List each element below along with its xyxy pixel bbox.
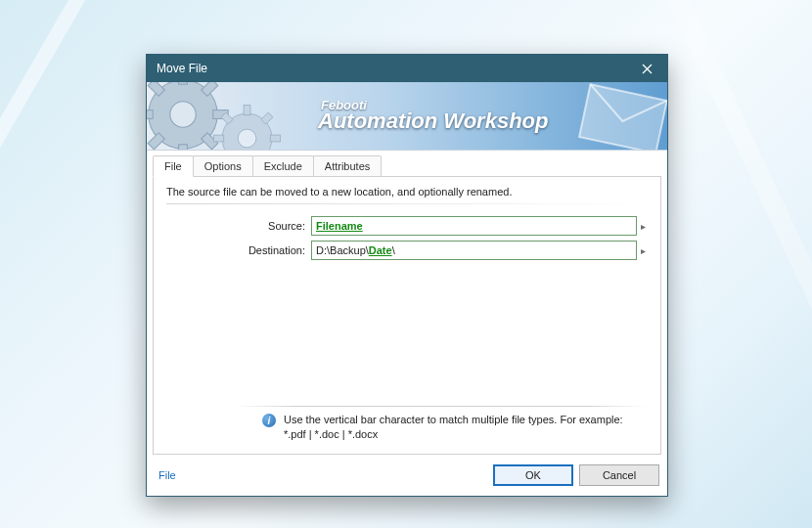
tab-attributes[interactable]: Attributes — [313, 155, 382, 177]
close-button[interactable] — [626, 55, 667, 82]
svg-point-21 — [238, 129, 256, 148]
svg-rect-22 — [579, 84, 667, 151]
chevron-right-icon: ▸ — [641, 245, 646, 256]
source-variable: Filename — [316, 220, 363, 232]
source-expand-button[interactable]: ▸ — [638, 216, 648, 236]
banner-text: Febooti Automation Workshop — [318, 98, 548, 134]
window-title: Move File — [157, 62, 626, 75]
tab-file[interactable]: File — [153, 155, 194, 177]
tab-panel-file: The source file can be moved to a new lo… — [153, 176, 661, 455]
hint-line1: Use the vertical bar character to match … — [284, 413, 623, 427]
cancel-button[interactable]: Cancel — [579, 464, 659, 486]
close-icon — [642, 64, 653, 74]
tab-exclude[interactable]: Exclude — [252, 155, 314, 177]
envelope-icon — [569, 82, 667, 151]
move-file-dialog: Move File — [146, 54, 668, 497]
svg-rect-5 — [147, 110, 153, 119]
titlebar[interactable]: Move File — [147, 55, 667, 82]
destination-expand-button[interactable]: ▸ — [638, 241, 648, 260]
chevron-right-icon: ▸ — [641, 221, 646, 232]
banner-product: Automation Workshop — [318, 109, 548, 134]
info-icon: i — [262, 414, 276, 427]
row-destination: Destination: D:\Backup\Date\ ▸ — [166, 241, 648, 260]
tabs: File Options Exclude Attributes — [153, 155, 661, 177]
separator — [235, 406, 648, 407]
svg-rect-3 — [179, 82, 188, 84]
svg-rect-13 — [244, 106, 250, 115]
label-source: Source: — [166, 220, 311, 232]
destination-suffix: \ — [392, 244, 395, 256]
separator — [166, 203, 648, 204]
hint: i Use the vertical bar character to matc… — [166, 413, 648, 442]
banner: Febooti Automation Workshop — [147, 82, 667, 151]
destination-prefix: D:\Backup\ — [316, 244, 369, 256]
svg-rect-15 — [214, 135, 224, 142]
tab-options[interactable]: Options — [193, 155, 253, 177]
svg-point-11 — [170, 102, 196, 127]
help-link[interactable]: File — [158, 469, 176, 481]
destination-field[interactable]: D:\Backup\Date\ — [311, 241, 637, 260]
ok-button[interactable]: OK — [493, 464, 573, 486]
hint-line2: *.pdf | *.doc | *.docx — [284, 427, 623, 442]
button-bar: File OK Cancel — [147, 455, 667, 496]
panel-description: The source file can be moved to a new lo… — [166, 186, 648, 198]
svg-rect-16 — [270, 135, 280, 142]
svg-rect-4 — [179, 145, 188, 151]
label-destination: Destination: — [166, 244, 311, 256]
destination-variable: Date — [369, 244, 392, 256]
source-field[interactable]: Filename — [311, 216, 637, 236]
row-source: Source: Filename ▸ — [166, 216, 648, 236]
